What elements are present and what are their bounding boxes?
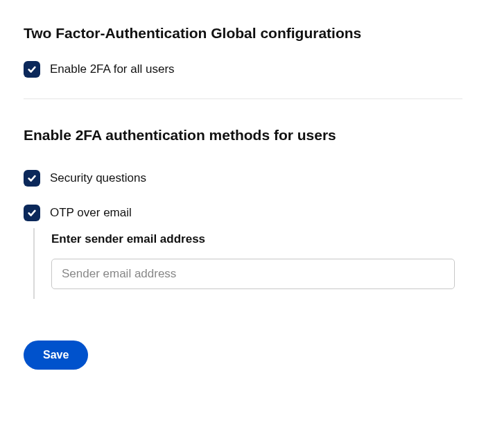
check-icon xyxy=(27,173,37,183)
enable-2fa-all-label: Enable 2FA for all users xyxy=(50,62,175,76)
sender-email-label: Enter sender email address xyxy=(51,232,462,246)
security-questions-checkbox[interactable] xyxy=(24,170,40,187)
security-questions-row: Security questions xyxy=(24,170,462,187)
otp-email-row: OTP over email xyxy=(24,205,462,221)
check-icon xyxy=(27,208,37,218)
otp-email-subblock: Enter sender email address xyxy=(33,228,462,299)
check-icon xyxy=(27,64,37,74)
otp-email-checkbox[interactable] xyxy=(24,205,40,221)
section-divider xyxy=(24,98,462,99)
sender-email-input[interactable] xyxy=(51,259,455,289)
enable-2fa-all-row: Enable 2FA for all users xyxy=(24,61,462,78)
global-config-title: Two Factor-Authentication Global configu… xyxy=(24,25,462,42)
save-button[interactable]: Save xyxy=(24,341,88,370)
otp-email-label: OTP over email xyxy=(50,206,132,220)
enable-2fa-all-checkbox[interactable] xyxy=(24,61,40,78)
security-questions-label: Security questions xyxy=(50,171,146,185)
methods-title: Enable 2FA authentication methods for us… xyxy=(24,127,462,144)
